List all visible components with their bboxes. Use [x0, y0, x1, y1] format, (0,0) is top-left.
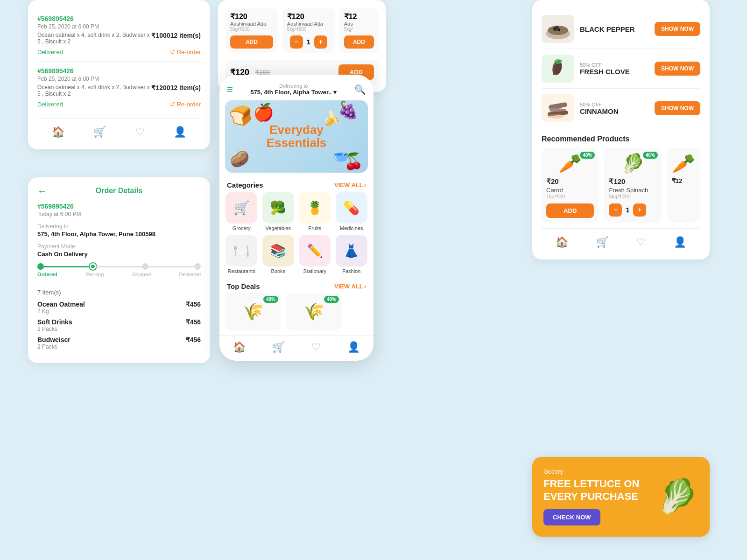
reorder-btn-1[interactable]: ↺ Re-order — [170, 49, 201, 56]
reorder-btn-2[interactable]: ↺ Re-order — [170, 101, 201, 108]
item-name-3: Budweiser — [37, 336, 70, 343]
hamburger-icon[interactable]: ≡ — [227, 84, 233, 96]
app-nav-profile-icon[interactable]: 👤 — [347, 341, 360, 353]
category-stationary[interactable]: ✏️ Stationary — [298, 235, 331, 274]
product-name-2: Aashirvaad Atta — [287, 21, 330, 27]
view-all-categories-btn[interactable]: VIEW ALL › — [334, 182, 366, 189]
svg-point-9 — [547, 114, 564, 119]
partial-price: ₹12 — [672, 177, 696, 184]
spinach-qty-decrease[interactable]: − — [609, 203, 622, 217]
product-unit-2: 5kg/₹200 — [287, 27, 330, 32]
view-all-deals-btn[interactable]: VIEW ALL › — [334, 283, 366, 290]
deals-row: 🌾 40% 🌾 40% — [225, 293, 368, 330]
rec-card-spinach: 40% 🥬 ₹120 Fresh Spinach 5kg/₹200 − 1 + — [604, 148, 661, 223]
category-grocery-label: Grocery — [233, 225, 251, 231]
rec-card-carrot: 40% 🥕 ₹20 Carrot 1kg/₹40 ADD — [542, 148, 599, 223]
reorder-icon-1: ↺ — [170, 49, 175, 56]
category-fashion-icon: 👗 — [336, 235, 367, 266]
top-product-card-3: ₹12 Aas 5kg/ ADD — [339, 7, 379, 53]
category-grocery[interactable]: 🛒 Grocery — [225, 192, 258, 231]
spinach-qty-increase[interactable]: + — [633, 203, 646, 217]
top-deals-section: 🌾 40% 🌾 40% — [219, 293, 374, 330]
category-stationary-icon: ✏️ — [299, 235, 331, 266]
order-item-1: Ocean Oatmeal 2 Kg ₹456 — [37, 301, 201, 315]
detail-items-count: 7 item(s) — [37, 289, 201, 296]
spices-nav-cart-icon[interactable]: 🛒 — [596, 236, 609, 248]
category-vegetables-label: Vegetables — [266, 225, 291, 231]
app-nav-home-icon[interactable]: 🏠 — [233, 341, 246, 353]
order-id-2: #569895426 — [37, 67, 201, 75]
category-restaurants-icon: 🍽️ — [226, 235, 257, 266]
category-books[interactable]: 📚 Books — [262, 235, 295, 274]
fresh-clove-name: FRESH CLOVE — [580, 68, 649, 76]
spice-item-fresh-clove: 50% OFF FRESH CLOVE SHOW NOW — [542, 49, 700, 89]
qty-decrease-2[interactable]: − — [290, 35, 303, 49]
deal-card-1[interactable]: 🌾 40% — [225, 293, 281, 330]
delivering-to-label: Delivering to — [250, 83, 337, 89]
fresh-clove-info: 50% OFF FRESH CLOVE — [574, 62, 655, 76]
partial-image: 🥕 — [672, 153, 696, 175]
spices-nav-home-icon[interactable]: 🏠 — [556, 236, 568, 248]
check-now-button[interactable]: CHECK NOW — [543, 509, 600, 525]
product-price-1: ₹120 — [230, 12, 273, 21]
show-now-pepper-btn[interactable]: SHOW NOW — [655, 22, 700, 36]
rec-badge-carrot: 40% — [580, 152, 595, 159]
add-product-1-button[interactable]: ADD — [230, 35, 273, 49]
show-now-cinnamon-btn[interactable]: SHOW NOW — [655, 101, 700, 115]
order-date-1: Feb 25, 2020 at 6:00 PM — [37, 23, 201, 30]
category-restaurants[interactable]: 🍽️ Restaurants — [225, 235, 258, 274]
product-price-2: ₹120 — [287, 12, 330, 21]
detail-payment-label: Payment Mode — [37, 243, 201, 250]
detail-address: 575, 4th Floor, Alpha Tower, Pune 100598 — [37, 231, 201, 238]
top-deals-header: Top Deals VIEW ALL › — [219, 279, 374, 293]
tracker-line-3 — [148, 266, 194, 267]
show-now-clove-btn[interactable]: SHOW NOW — [655, 62, 700, 76]
category-grocery-icon: 🛒 — [226, 192, 257, 224]
tracker-label-ordered: Ordered — [37, 272, 57, 277]
tracker-line-1 — [44, 266, 90, 267]
category-fashion-label: Fashion — [342, 268, 360, 274]
item-qty-1: 2 Kg — [37, 308, 85, 315]
category-stationary-label: Stationary — [303, 268, 326, 274]
category-fruits[interactable]: 🍍 Fruits — [298, 192, 331, 231]
grocery-banner-panel: Gocery FREE LETTUCE ON EVERY PURCHASE CH… — [532, 457, 710, 537]
recommended-products-row: 40% 🥕 ₹20 Carrot 1kg/₹40 ADD 40% 🥬 ₹120 … — [542, 148, 700, 223]
category-fashion[interactable]: 👗 Fashion — [335, 235, 368, 274]
nav-profile-icon[interactable]: 👤 — [174, 126, 186, 138]
app-nav-cart-icon[interactable]: 🛒 — [272, 341, 285, 353]
rec-badge-spinach: 40% — [643, 152, 658, 159]
category-vegetables-icon: 🥦 — [262, 192, 294, 224]
category-fruits-label: Fruits — [309, 225, 322, 231]
deal-badge-1: 40% — [263, 296, 278, 303]
back-button[interactable]: ← — [37, 186, 47, 196]
add-product-3-button[interactable]: ADD — [344, 35, 374, 49]
grocery-lettuce-image: 🥬 — [656, 477, 698, 517]
nav-cart-icon[interactable]: 🛒 — [93, 126, 106, 138]
nav-wishlist-icon[interactable]: ♡ — [135, 126, 145, 138]
black-pepper-info: BLACK PEPPER — [574, 25, 655, 33]
categories-header: Categories VIEW ALL › — [219, 177, 374, 192]
spices-nav-profile-icon[interactable]: 👤 — [674, 236, 686, 248]
top-product-card-2: ₹120 Aashirvaad Atta 5kg/₹200 − 1 + — [282, 7, 335, 53]
item-price-2: ₹456 — [186, 318, 201, 332]
product-unit-3: 5kg/ — [344, 27, 374, 32]
nav-home-icon[interactable]: 🏠 — [52, 126, 64, 138]
food-emoji-bowl: 🥣 — [333, 148, 349, 163]
spices-nav-wishlist-icon[interactable]: ♡ — [636, 236, 646, 248]
product-unit-1: 5kg/₹200 — [230, 27, 273, 32]
black-pepper-image — [542, 15, 574, 43]
deal-card-2[interactable]: 🌾 40% — [286, 293, 342, 330]
qty-increase-2[interactable]: + — [314, 35, 327, 49]
delivery-address[interactable]: 575, 4th Floor, Alpha Tower.. ▾ — [250, 89, 337, 96]
item-name-2: Soft Drinks — [37, 318, 72, 326]
app-nav-wishlist-icon[interactable]: ♡ — [311, 341, 321, 353]
add-carrot-button[interactable]: ADD — [546, 203, 594, 218]
tracker-dot-shipped — [142, 263, 148, 270]
cinnamon-name: CINNAMON — [580, 107, 649, 115]
category-vegetables[interactable]: 🥦 Vegetables — [262, 192, 295, 231]
category-medicines[interactable]: 💊 Medicines — [335, 192, 368, 231]
search-icon[interactable]: 🔍 — [354, 84, 366, 95]
tracker-label-delivered: Delivered — [179, 272, 201, 277]
hero-line1: Everyday — [267, 123, 327, 137]
pepper-svg — [544, 17, 572, 41]
